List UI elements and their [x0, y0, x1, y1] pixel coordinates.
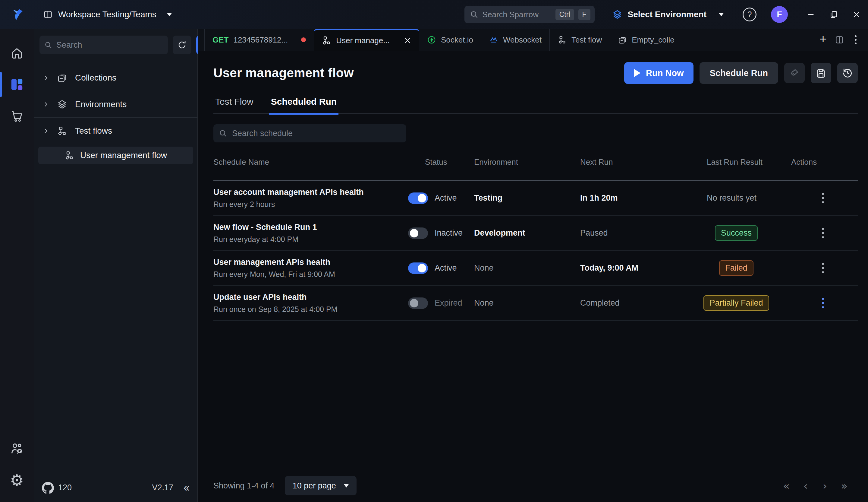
flow-icon — [558, 35, 567, 44]
last-run-result-cell: No results yet — [707, 193, 791, 203]
rail-item-settings[interactable]: ⚙ — [0, 465, 34, 496]
more-vertical-icon — [855, 35, 857, 44]
cart-icon — [10, 109, 23, 122]
tab-options-button[interactable] — [847, 29, 864, 51]
schedule-frequency: Run every Mon, Wed, Fri at 9:00 AM — [214, 270, 408, 279]
tab-user-management-flow[interactable]: User manage... — [314, 29, 419, 51]
close-tab-icon[interactable] — [404, 37, 411, 44]
status-label: Active — [435, 263, 457, 273]
last-page-button[interactable]: » — [838, 480, 850, 492]
flow-icon — [322, 36, 331, 45]
page-size-value: 10 per page — [293, 481, 336, 491]
save-button[interactable] — [811, 63, 831, 83]
restore-icon — [829, 10, 838, 19]
split-view-icon — [835, 35, 844, 45]
schedule-name: Update user APIs health — [214, 293, 408, 302]
collapse-sidebar-button[interactable]: « — [184, 482, 189, 493]
schedule-search-input[interactable] — [232, 129, 401, 138]
selected-flow-label: User management flow — [80, 151, 167, 160]
new-tab-button[interactable]: + — [815, 29, 831, 51]
table-footer: Showing 1-4 of 4 10 per page « ‹ › » — [214, 476, 858, 495]
col-status: Status — [408, 158, 474, 167]
page-size-select[interactable]: 10 per page — [285, 476, 356, 495]
status-label: Expired — [435, 298, 462, 308]
environment-cell: None — [474, 298, 580, 308]
table-row: User account management APIs health Run … — [214, 181, 858, 216]
rail-item-workspace[interactable] — [0, 69, 34, 100]
app-window: Workspace Testing/Teams Ctrl F Select En… — [0, 0, 868, 502]
run-now-button[interactable]: Run Now — [624, 62, 693, 84]
next-page-button[interactable]: › — [818, 480, 831, 492]
tabstrip: GET 12345678912... User manage... Socket… — [198, 29, 868, 51]
sidebar-search-input[interactable] — [56, 40, 163, 50]
table-header: Schedule Name Status Environment Next Ru… — [214, 158, 858, 181]
split-view-button[interactable] — [831, 29, 847, 51]
page-title: User management flow — [214, 66, 354, 80]
tree-item-collections[interactable]: Collections — [34, 64, 197, 91]
http-method-label: GET — [213, 35, 228, 45]
avatar-initial: F — [777, 10, 782, 19]
minimize-button[interactable] — [799, 0, 822, 29]
status-toggle[interactable] — [408, 192, 428, 204]
schedule-search[interactable] — [214, 124, 406, 142]
run-now-label: Run Now — [646, 68, 684, 78]
tree-item-environments[interactable]: Environments — [34, 91, 197, 118]
tab-rest-request[interactable]: GET 12345678912... — [204, 29, 314, 51]
col-next-run: Next Run — [580, 158, 707, 167]
flow-content: User management flow Run Now Schedule Ru… — [198, 51, 868, 502]
sidebar-search[interactable] — [40, 36, 168, 54]
refresh-button[interactable] — [173, 36, 192, 54]
rail-item-home[interactable] — [0, 37, 34, 69]
brush-icon — [789, 68, 800, 79]
showing-label: Showing 1-4 of 4 — [214, 481, 275, 491]
schedule-run-button[interactable]: Schedule Run — [700, 62, 778, 84]
sidebar-tree: Collections Environments Test flows — [34, 64, 197, 164]
sparrow-logo — [0, 7, 34, 22]
prev-page-button[interactable]: ‹ — [799, 480, 812, 492]
tab-websocket[interactable]: Websocket — [481, 29, 549, 51]
table-row: New flow - Schedule Run 1 Run everyday a… — [214, 216, 858, 251]
restore-button[interactable] — [822, 0, 845, 29]
environment-selector[interactable]: Select Environment — [612, 9, 724, 20]
environments-icon — [57, 99, 67, 110]
tab-test-flow-view[interactable]: Test Flow — [214, 97, 255, 114]
window-controls — [799, 0, 868, 29]
col-schedule-name: Schedule Name — [214, 158, 408, 167]
tab-socketio[interactable]: Socket.io — [419, 29, 481, 51]
tab-scheduled-run[interactable]: Scheduled Run — [269, 97, 339, 114]
table-row: User management APIs health Run every Mo… — [214, 251, 858, 286]
row-actions-menu[interactable] — [820, 261, 826, 275]
tree-item-label: Environments — [75, 100, 127, 109]
tree-item-test-flows[interactable]: Test flows — [34, 118, 197, 144]
rail-item-community[interactable] — [0, 433, 34, 465]
row-actions-menu[interactable] — [820, 191, 826, 205]
tab-label: Socket.io — [441, 35, 473, 45]
tab-empty-collection[interactable]: Empty_colle — [610, 29, 682, 51]
schedule-frequency: Run once on Sep 8, 2025 at 4:00 PM — [214, 305, 408, 314]
workspace-selector[interactable]: Workspace Testing/Teams — [43, 10, 172, 19]
close-button[interactable] — [845, 0, 868, 29]
row-actions-menu[interactable] — [820, 226, 826, 240]
tab-label: User manage... — [336, 36, 390, 45]
first-page-button[interactable]: « — [780, 480, 793, 492]
tree-item-user-management-flow[interactable]: User management flow — [38, 147, 193, 164]
github-star-count: 120 — [58, 483, 72, 492]
websocket-icon — [489, 35, 498, 44]
global-search[interactable]: Ctrl F — [464, 6, 595, 23]
help-button[interactable]: ? — [743, 8, 756, 21]
home-icon — [10, 47, 23, 60]
row-actions-menu[interactable] — [820, 296, 826, 310]
history-button[interactable] — [837, 63, 858, 83]
pagination: « ‹ › » — [780, 480, 858, 492]
table-body: User account management APIs health Run … — [214, 181, 858, 321]
status-toggle[interactable] — [408, 262, 428, 274]
status-toggle[interactable] — [408, 228, 428, 239]
tab-label: Empty_colle — [632, 35, 674, 45]
rail-item-marketplace[interactable] — [0, 100, 34, 132]
clean-canvas-button[interactable] — [784, 63, 805, 83]
github-stats[interactable]: 120 — [42, 482, 72, 494]
status-toggle[interactable] — [408, 298, 428, 309]
avatar[interactable]: F — [771, 6, 788, 23]
global-search-input[interactable] — [483, 10, 551, 19]
tab-test-flow[interactable]: Test flow — [549, 29, 610, 51]
